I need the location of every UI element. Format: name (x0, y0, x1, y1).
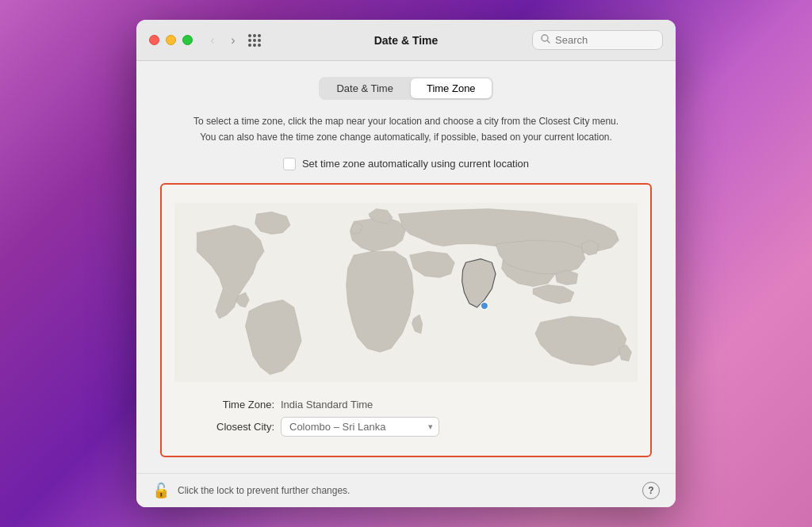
city-label: Closest City: (187, 421, 274, 433)
main-window: ‹ › Date & Time Date & Time (136, 20, 676, 506)
close-button[interactable] (149, 35, 159, 45)
city-select-wrapper: Colombo – Sri Lanka Mumbai – India New D… (281, 417, 439, 437)
description-line2: You can also have the time zone change a… (200, 132, 612, 143)
forward-button[interactable]: › (224, 32, 242, 49)
timezone-label: Time Zone: (187, 399, 274, 411)
content-area: Date & Time Time Zone To select a time z… (136, 61, 676, 472)
description-text: To select a time zone, click the map nea… (160, 114, 652, 144)
tab-row: Date & Time Time Zone (160, 77, 652, 100)
auto-timezone-row: Set time zone automatically using curren… (160, 158, 652, 170)
lock-icon[interactable]: 🔓 (152, 482, 170, 499)
city-row: Closest City: Colombo – Sri Lanka Mumbai… (187, 417, 625, 437)
help-button[interactable]: ? (642, 482, 660, 499)
world-map[interactable] (174, 197, 638, 388)
auto-timezone-checkbox[interactable] (283, 158, 296, 170)
back-button[interactable]: ‹ (204, 32, 221, 49)
map-container[interactable]: Time Zone: India Standard Time Closest C… (160, 183, 652, 457)
search-icon (541, 34, 550, 46)
timezone-value: India Standard Time (281, 399, 373, 411)
grid-icon (248, 34, 261, 47)
search-box[interactable] (532, 30, 663, 50)
traffic-lights (149, 35, 193, 45)
nav-buttons: ‹ › (204, 32, 242, 49)
bottom-bar: 🔓 Click the lock to prevent further chan… (136, 473, 676, 507)
svg-line-1 (548, 41, 550, 44)
tab-group: Date & Time Time Zone (319, 77, 492, 100)
window-title: Date & Time (374, 34, 439, 47)
description-line1: To select a time zone, click the map nea… (193, 116, 619, 127)
map-info: Time Zone: India Standard Time Closest C… (174, 388, 638, 456)
titlebar: ‹ › Date & Time (136, 20, 676, 61)
svg-point-0 (542, 35, 548, 41)
tab-time-zone[interactable]: Time Zone (411, 78, 492, 98)
city-select[interactable]: Colombo – Sri Lanka Mumbai – India New D… (281, 417, 439, 437)
lock-text: Click the lock to prevent further change… (178, 485, 634, 496)
tab-date-time[interactable]: Date & Time (320, 78, 409, 98)
timezone-row: Time Zone: India Standard Time (187, 399, 625, 411)
maximize-button[interactable] (182, 35, 193, 45)
location-dot[interactable] (481, 302, 488, 309)
minimize-button[interactable] (166, 35, 176, 45)
auto-timezone-label: Set time zone automatically using curren… (302, 158, 529, 170)
search-input[interactable] (555, 34, 654, 46)
apps-grid-button[interactable] (248, 34, 261, 47)
